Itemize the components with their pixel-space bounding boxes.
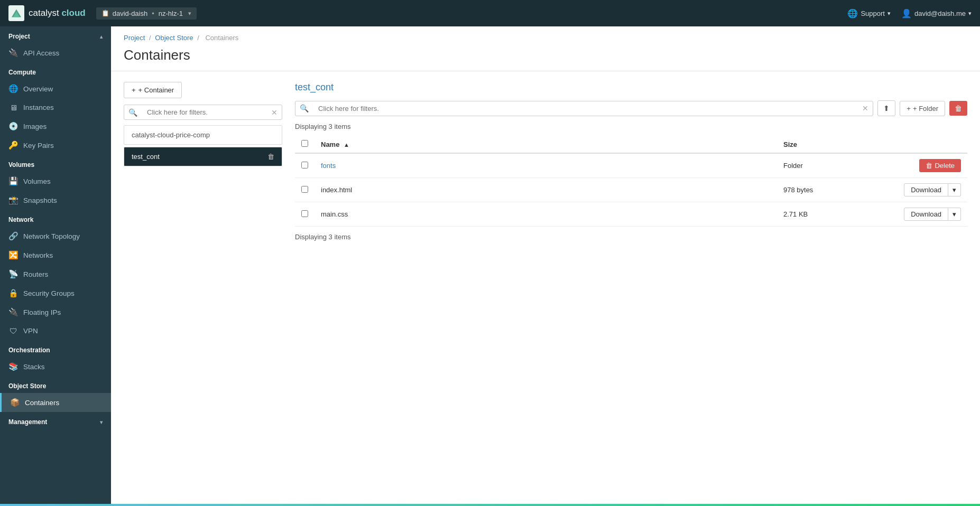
file-filter-box: 🔍 ✕ [295, 101, 873, 116]
sidebar-item-volumes[interactable]: 💾 Volumes [0, 172, 111, 191]
col-name[interactable]: Name ▲ [315, 136, 777, 153]
sidebar-item-api-access-label: API Access [23, 49, 59, 57]
sidebar-item-key-pairs[interactable]: 🔑 Key Pairs [0, 136, 111, 155]
container-filter-clear-icon[interactable]: ✕ [267, 108, 282, 117]
breadcrumb-project[interactable]: Project [124, 34, 145, 42]
add-container-button[interactable]: + + Container [124, 82, 182, 98]
sidebar-item-images[interactable]: 💿 Images [0, 117, 111, 136]
sidebar-item-overview[interactable]: 🌐 Overview [0, 79, 111, 98]
container-title: test_cont [295, 82, 967, 93]
sidebar-item-stacks[interactable]: 📚 Stacks [0, 357, 111, 376]
region-caret-icon: ▾ [188, 10, 191, 17]
container-filter-box: 🔍 ✕ [124, 105, 282, 120]
table-row: index.html 978 bytes Download ▾ [295, 178, 967, 202]
row-maincss-checkbox[interactable] [301, 210, 308, 217]
support-menu[interactable]: 🌐 Support ▾ [847, 8, 891, 18]
container-item-test-cont[interactable]: test_cont 🗑 [124, 147, 282, 166]
sidebar-section-orchestration-label: Orchestration [8, 346, 50, 354]
breadcrumb-sep-2: / [197, 34, 201, 42]
brand: catalyst cloud [8, 5, 86, 21]
col-size: Size [777, 136, 883, 153]
sidebar-item-vpn-label: VPN [23, 327, 38, 335]
sidebar-item-networks[interactable]: 🔀 Networks [0, 246, 111, 265]
container-item-test-cont-label: test_cont [132, 153, 160, 161]
user-menu[interactable]: 👤 david@daish.me ▾ [901, 8, 972, 18]
delete-container-button[interactable]: 🗑 [949, 101, 967, 116]
snapshots-icon: 📸 [8, 195, 18, 205]
row-maincss-checkbox-cell [295, 202, 315, 227]
select-all-checkbox[interactable] [301, 140, 308, 147]
row-maincss-download-button[interactable]: Download [904, 208, 948, 221]
container-filter-input[interactable] [142, 105, 267, 119]
file-filter-clear-icon[interactable]: ✕ [858, 104, 873, 113]
sidebar-item-floating-ips[interactable]: 🔌 Floating IPs [0, 303, 111, 322]
row-fonts-action-cell: 🗑 Delete [883, 153, 967, 178]
row-index-download-caret-button[interactable]: ▾ [948, 183, 961, 196]
row-maincss-name-cell: main.css [315, 202, 777, 227]
page-title: Containers [124, 47, 967, 63]
row-index-checkbox[interactable] [301, 186, 308, 193]
stacks-icon: 📚 [8, 362, 18, 371]
file-table-header: Name ▲ Size [295, 136, 967, 153]
row-fonts-delete-button[interactable]: 🗑 Delete [919, 159, 961, 172]
file-table: Name ▲ Size [295, 136, 967, 227]
add-folder-button[interactable]: + + Folder [900, 101, 945, 116]
sidebar-item-instances[interactable]: 🖥 Instances [0, 98, 111, 117]
page-title-section: Containers [111, 45, 980, 71]
sidebar-item-routers[interactable]: 📡 Routers [0, 265, 111, 284]
col-select-all [295, 136, 315, 153]
breadcrumb-containers: Containers [205, 34, 238, 42]
bottom-bar [0, 504, 980, 506]
sidebar-section-project: Project ▴ [0, 26, 111, 43]
file-search-icon: 🔍 [295, 104, 313, 113]
add-folder-icon: + [907, 105, 911, 113]
sidebar-item-network-topology[interactable]: 🔗 Network Topology [0, 227, 111, 246]
sidebar-section-compute: Compute [0, 62, 111, 79]
sidebar-item-network-topology-label: Network Topology [23, 232, 80, 240]
sidebar-item-security-groups[interactable]: 🔒 Security Groups [0, 284, 111, 303]
row-fonts-name-cell: fonts [315, 153, 777, 178]
sidebar-item-images-label: Images [23, 123, 47, 130]
brand-logo-icon [8, 5, 24, 21]
sidebar-section-network: Network [0, 210, 111, 227]
sidebar-item-containers[interactable]: 📦 Containers [0, 393, 111, 412]
container-item-price-comp[interactable]: catalyst-cloud-price-comp [124, 125, 282, 145]
brand-text: catalyst cloud [29, 8, 86, 18]
sidebar-item-api-access[interactable]: 🔌 API Access [0, 43, 111, 62]
sidebar-item-snapshots[interactable]: 📸 Snapshots [0, 191, 111, 210]
container-delete-icon[interactable]: 🗑 [267, 153, 274, 161]
sidebar-section-management-label: Management [8, 418, 47, 426]
sidebar-item-security-groups-label: Security Groups [23, 289, 75, 297]
add-icon: + [132, 86, 136, 94]
routers-icon: 📡 [8, 269, 18, 279]
sidebar-project-toggle-icon[interactable]: ▴ [100, 34, 103, 40]
row-index-action-group: Download ▾ [889, 183, 961, 196]
management-toggle-icon[interactable]: ▾ [100, 419, 103, 425]
sidebar-item-floating-ips-label: Floating IPs [23, 308, 61, 316]
sidebar-item-routers-label: Routers [23, 270, 48, 278]
file-filter-input[interactable] [313, 101, 858, 116]
sidebar-item-vpn[interactable]: 🛡 VPN [0, 322, 111, 340]
row-maincss-download-caret-button[interactable]: ▾ [948, 208, 961, 221]
row-fonts-size-cell: Folder [777, 153, 883, 178]
sidebar-item-networks-label: Networks [23, 251, 53, 259]
sidebar-item-containers-label: Containers [25, 399, 59, 407]
row-index-name-cell: index.html [315, 178, 777, 202]
sidebar-item-volumes-label: Volumes [23, 177, 51, 185]
add-folder-label: + Folder [913, 105, 938, 113]
row-fonts-name-link[interactable]: fonts [321, 162, 336, 170]
table-row: fonts Folder 🗑 Delete [295, 153, 967, 178]
row-fonts-checkbox[interactable] [301, 162, 308, 168]
project-selector[interactable]: 📋 david-daish • nz-hlz-1 ▾ [96, 7, 197, 20]
navbar-right: 🌐 Support ▾ 👤 david@daish.me ▾ [847, 8, 972, 18]
sidebar-section-object-store: Object Store [0, 376, 111, 393]
add-container-label: + Container [138, 86, 174, 94]
upload-button[interactable]: ⬆ [877, 100, 895, 116]
breadcrumb-object-store[interactable]: Object Store [155, 34, 193, 42]
sidebar-section-object-store-label: Object Store [8, 382, 46, 390]
overview-icon: 🌐 [8, 84, 18, 93]
row-index-download-button[interactable]: Download [904, 183, 948, 196]
key-pairs-icon: 🔑 [8, 140, 18, 150]
sidebar-item-overview-label: Overview [23, 85, 53, 93]
navbar: catalyst cloud 📋 david-daish • nz-hlz-1 … [0, 0, 980, 26]
